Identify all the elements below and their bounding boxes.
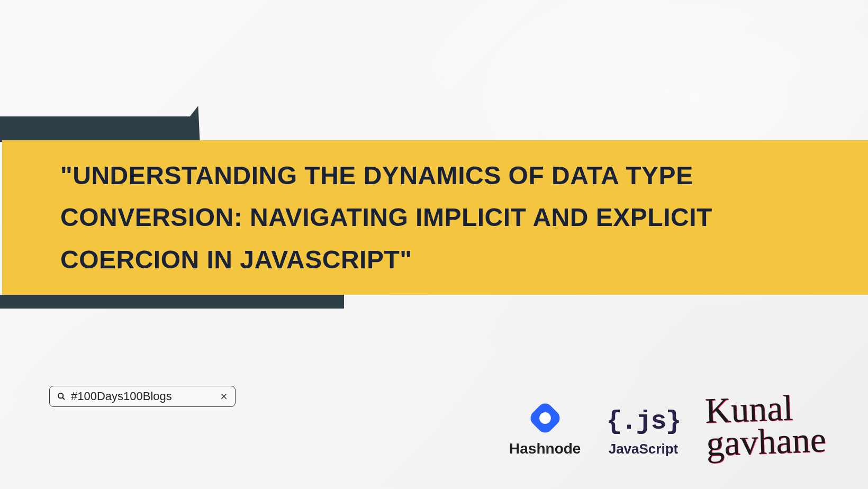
svg-point-5 bbox=[539, 412, 551, 424]
hashnode-icon bbox=[527, 400, 563, 436]
search-text: #100Days100Blogs bbox=[71, 390, 220, 403]
signature-lastname: gavhane bbox=[706, 424, 827, 459]
javascript-label: JavaScript bbox=[609, 441, 679, 457]
author-signature: Kunal gavhane bbox=[704, 392, 827, 459]
svg-line-1 bbox=[62, 397, 65, 400]
page-title: "UNDERSTANDING THE DYNAMICS OF DATA TYPE… bbox=[60, 155, 810, 280]
svg-point-0 bbox=[58, 393, 63, 398]
hashnode-logo: Hashnode bbox=[509, 400, 581, 457]
javascript-logo: {.js} JavaScript bbox=[606, 406, 680, 457]
javascript-icon: {.js} bbox=[606, 406, 680, 437]
search-icon bbox=[57, 392, 66, 401]
logos-container: Hashnode {.js} JavaScript Kunal gavhane bbox=[509, 394, 826, 457]
accent-bar-top bbox=[0, 116, 191, 142]
title-banner: "UNDERSTANDING THE DYNAMICS OF DATA TYPE… bbox=[2, 140, 868, 295]
search-input[interactable]: #100Days100Blogs bbox=[49, 386, 236, 407]
accent-bar-bottom bbox=[0, 295, 344, 309]
hashnode-label: Hashnode bbox=[509, 440, 581, 457]
close-icon[interactable] bbox=[220, 393, 228, 400]
